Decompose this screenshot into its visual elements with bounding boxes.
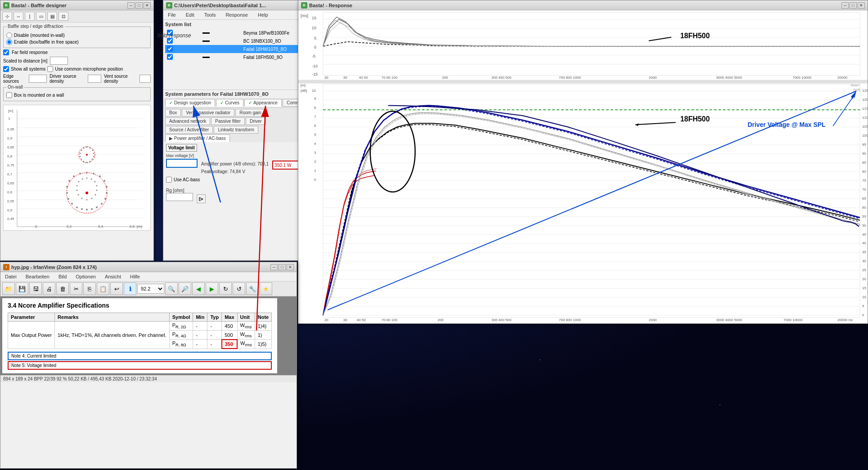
zoom-in-button[interactable]: 🔍 [165,282,178,295]
svg-point-33 [86,147,88,148]
menu-datei[interactable]: Datei [2,273,19,280]
rg-input[interactable]: 0 [166,193,193,201]
baffle-title-bar[interactable]: B Basta! - Baffle designer ─ □ ✕ [0,0,153,10]
zoom-select[interactable]: 92.2 [137,284,164,294]
max-voltage-input[interactable]: 52.92 [166,159,198,168]
response-title-bar[interactable]: B Basta! - Response ─ □ ✕ [298,0,868,10]
driver-input[interactable]: 11 [88,75,101,83]
driver-spin[interactable]: 11 [88,75,101,83]
trash-button[interactable]: 🗑 [56,282,69,295]
edge-spin[interactable]: 72 [29,75,47,83]
irfan-toolbar: 📁 💾 🖫 🖨 🗑 ✂ ⎘ 📋 ↩ ℹ 92.2 🔍 🔎 ◀ ▶ ↻ ↺ 🔧 ★ [0,282,297,296]
tab-source-active-filter[interactable]: Source / Active filter [165,126,213,134]
menu-help[interactable]: Help [255,11,271,18]
menu-bearbeiten[interactable]: Bearbeiten [23,273,52,280]
save-as-button[interactable]: 🖫 [29,282,42,295]
save-button[interactable]: 💾 [16,282,28,295]
tab-driver[interactable]: Driver [246,117,266,125]
response-window-controls[interactable]: ─ □ ✕ [841,2,865,9]
show-all-checkbox[interactable] [3,66,9,72]
menu-file[interactable]: File [165,11,179,18]
tab-box[interactable]: Box [165,109,181,116]
far-field-checkbox[interactable] [3,49,9,55]
system-check-1[interactable] [167,30,173,36]
irfan-window-controls[interactable]: ─ □ ✕ [270,264,294,270]
print-button[interactable]: 🖨 [43,282,55,295]
tab-power-amp[interactable]: ▶ Power amplifier / AC-bass [165,134,230,142]
menu-hilfe[interactable]: Hilfe [127,273,143,280]
system-check-2[interactable] [167,38,173,44]
frame3-button[interactable]: ⊡ [58,12,68,21]
prev-button[interactable]: ◀ [192,282,205,295]
tab-passive-filter[interactable]: Passive filter [211,117,245,125]
maximize-button[interactable]: □ [135,2,143,9]
baffle-window-controls[interactable]: ─ □ ✕ [127,2,151,9]
common-mic-checkbox[interactable] [47,66,53,72]
disable-radio[interactable]: Disable (mounted in-wall) [6,32,148,38]
info-button[interactable]: ℹ [124,282,136,295]
show-all-label: Show all systems [11,67,45,72]
response-maximize-button[interactable]: □ [850,2,857,9]
edge-input[interactable]: 72 [29,75,47,83]
rotate-cw-button[interactable]: ↻ [219,282,232,295]
arrow-tool-button[interactable]: ↔ [13,12,23,21]
tab-vent[interactable]: Vent / passive radiator [182,109,234,116]
svg-point-69 [91,179,92,180]
svg-text:2000: 2000 [649,318,657,322]
spec-title: 3.4 Ncore Amplifier Specifications [8,302,272,309]
tab-design-suggestion[interactable]: ✓ Design suggestion [165,99,215,107]
irfan-maximize-button[interactable]: □ [279,264,286,270]
move-tool-button[interactable]: ⊹ [2,12,12,21]
open-button[interactable]: 📁 [2,282,15,295]
undo-button[interactable]: ↩ [110,282,123,295]
tab-appearance[interactable]: ✓ Appearance [244,99,282,107]
menu-optionen[interactable]: Optionen [73,273,99,280]
response-minimize-button[interactable]: ─ [841,2,849,9]
system-check-3[interactable] [167,46,173,52]
wall-checkbox[interactable] [6,92,12,98]
settings-button[interactable]: 🔧 [246,282,259,295]
frame2-button[interactable]: ▤ [47,12,57,21]
rg-symbol-button[interactable]: ⊳ [197,194,206,203]
svg-text:15: 15 [862,286,866,290]
system-check-4[interactable] [167,54,173,60]
close-button[interactable]: ✕ [144,2,151,9]
svg-text:3: 3 [314,151,316,155]
copy-img-button[interactable]: ⎘ [83,282,96,295]
svg-point-39 [90,161,91,162]
irfan-close-button[interactable]: ✕ [287,264,294,270]
next-button[interactable]: ▶ [206,282,218,295]
star-button[interactable]: ★ [260,282,272,295]
svg-text:75: 75 [862,179,866,183]
tab-check-3: ✓ [248,100,252,105]
vent-spin[interactable]: 4 [139,75,151,83]
frame1-button[interactable]: ▭ [36,12,46,21]
menu-ansicht[interactable]: Ansicht [102,273,124,280]
tab-advanced-network[interactable]: Advanced network [165,117,210,125]
menu-edit[interactable]: Edit [183,11,197,18]
tab-room-gain[interactable]: Room gain [235,109,265,116]
tab-check-1: ✓ [169,100,173,105]
svg-text:6: 6 [314,124,316,128]
paste-button[interactable]: 📋 [97,282,109,295]
irfan-minimize-button[interactable]: ─ [270,264,278,270]
menu-response[interactable]: Response [223,11,251,18]
enable-radio[interactable]: Enable (box/baffle in free space) [6,39,148,45]
response-close-button[interactable]: ✕ [858,2,865,9]
scaled-input[interactable]: 1 [50,57,68,65]
minimize-button[interactable]: ─ [127,2,135,9]
note-5-box: Note 5: Voltage limited [8,361,272,370]
rotate-ccw-button[interactable]: ↺ [233,282,245,295]
svg-point-35 [92,150,94,151]
menu-bild[interactable]: Bild [56,273,69,280]
irfan-title-bar[interactable]: I hyp.jpg - IrfanView (Zoom 824 x 174) ─… [0,262,297,272]
vent-input[interactable]: 4 [139,75,151,83]
tab-curves[interactable]: ✓ Curves [216,99,243,107]
zoom-out-button[interactable]: 🔎 [179,282,191,295]
svg-text:700 800 1000: 700 800 1000 [559,318,581,322]
svg-text:18FH500: 18FH500 [680,32,710,40]
use-ac-checkbox[interactable] [166,177,172,183]
menu-tools[interactable]: Tools [202,11,219,18]
cut-button[interactable]: ✂ [70,282,82,295]
tab-linkwitz[interactable]: Linkwitz transform [214,126,258,134]
